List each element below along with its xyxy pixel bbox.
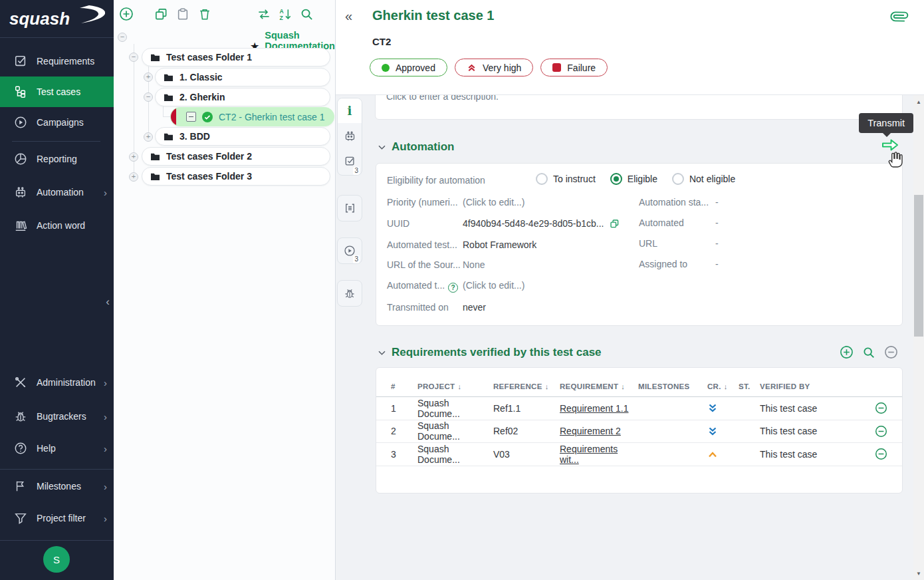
requirement-link[interactable]: Requirement 2 (560, 426, 621, 436)
automated-tech-value[interactable]: Robot Framework (463, 239, 536, 250)
tree-node-classic[interactable]: 1. Classic (155, 68, 330, 86)
squash-logo[interactable]: squash (0, 0, 114, 38)
svg-text:Z: Z (279, 14, 283, 21)
scroll-down-icon[interactable]: ▼ (913, 571, 924, 577)
tree-node-folder-1[interactable]: Test cases Folder 1 (142, 48, 330, 67)
sidebar-item-requirements[interactable]: Requirements (0, 46, 114, 76)
execution-badge-failure[interactable]: Failure (540, 59, 608, 76)
automation-section-header[interactable]: Automation (378, 140, 454, 154)
remove-link-button[interactable] (860, 425, 902, 438)
expander-minus[interactable]: − (129, 53, 138, 62)
folder-icon (164, 93, 173, 102)
description-placeholder[interactable]: Click to enter a description. (375, 95, 903, 120)
requirement-link[interactable]: Requirement 1.1 (560, 403, 629, 414)
remove-link-button[interactable] (860, 402, 902, 414)
section-title: Requirements verified by this test case (392, 346, 602, 359)
sidebar-item-label: Campaigns (37, 117, 84, 128)
expander-plus[interactable]: + (129, 172, 138, 182)
column-header-status[interactable]: ST. (739, 382, 760, 390)
tab-verified-requirements[interactable]: 3 (338, 148, 362, 175)
requirements-table-header: # PROJECT↓ REFERENCE↓ REQUIREMENT↓ MILES… (376, 368, 902, 397)
search-icon[interactable] (299, 7, 314, 21)
radio-eligible[interactable]: Eligible (610, 173, 657, 185)
column-header-criticality[interactable]: CR.↓ (707, 382, 739, 390)
sidebar-item-administration[interactable]: Administration › (0, 367, 114, 398)
sidebar-item-bugtrackers[interactable]: Bugtrackers › (0, 401, 114, 432)
tab-script[interactable] (338, 196, 362, 221)
sidebar-item-label: Action word (37, 220, 85, 231)
remove-link-button[interactable] (860, 448, 902, 460)
delete-icon[interactable] (197, 7, 212, 21)
requirement-row-3[interactable]: 3 Squash Docume... V03 Requirements wit.… (376, 443, 902, 466)
criticality-minor-icon (707, 403, 739, 413)
row-project: Squash Docume... (417, 398, 493, 419)
automated-test-value[interactable]: (Click to edit...) (463, 280, 524, 291)
sort-icon[interactable]: A Z (278, 7, 292, 21)
tree-node-bdd[interactable]: 3. BDD (155, 127, 330, 146)
column-header-requirement[interactable]: REQUIREMENT↓ (560, 382, 638, 390)
tab-issues[interactable] (338, 281, 362, 306)
import-export-icon[interactable] (257, 7, 271, 21)
scroll-up-icon[interactable]: ▲ (913, 99, 924, 105)
tree-node-gherkin[interactable]: 2. Gherkin (155, 88, 330, 106)
column-header-milestones[interactable]: MILESTONES (638, 382, 707, 390)
user-avatar[interactable]: S (43, 546, 70, 573)
column-header-project[interactable]: PROJECT↓ (417, 382, 493, 390)
row-reference: V03 (493, 449, 560, 460)
column-header-verified-by[interactable]: VERIFIED BY (760, 382, 860, 390)
tab-automation[interactable] (338, 123, 362, 148)
copy-icon[interactable] (610, 219, 620, 229)
source-url-value[interactable]: None (463, 259, 485, 270)
radio-circle-selected (610, 173, 622, 185)
sidebar-item-campaigns[interactable]: Campaigns (0, 107, 114, 138)
paste-icon[interactable] (175, 7, 190, 21)
content-scrollbar[interactable]: ▲ ▼ (913, 95, 924, 580)
sort-desc-icon: ↓ (545, 382, 549, 390)
tab-executions[interactable]: 3 (338, 238, 362, 263)
row-reference: Ref02 (493, 426, 560, 436)
expander-plus[interactable]: + (144, 72, 153, 82)
folder-icon (164, 132, 173, 141)
radio-not-eligible[interactable]: Not eligible (672, 173, 735, 185)
svg-text:A: A (279, 7, 283, 14)
sidebar-item-action-word[interactable]: Action word (0, 210, 114, 241)
expander-plus[interactable]: + (129, 152, 138, 162)
requirements-section-header[interactable]: Requirements verified by this test case (378, 346, 602, 359)
gherkin-script-icon (186, 112, 196, 122)
requirement-row-1[interactable]: 1 Squash Docume... Ref1.1 Requirement 1.… (376, 397, 902, 420)
add-icon[interactable] (119, 7, 134, 21)
tab-information[interactable]: i (338, 98, 362, 123)
transmit-button[interactable] (881, 138, 899, 152)
tree-node-folder-2[interactable]: Test cases Folder 2 (142, 147, 330, 166)
copy-icon[interactable] (154, 7, 168, 21)
uuid-label: UUID (387, 218, 409, 229)
expander-minus[interactable]: − (118, 33, 127, 42)
status-badge-approved[interactable]: Approved (370, 59, 447, 76)
sidebar-collapse-icon[interactable]: ‹ (106, 295, 110, 309)
sidebar-item-automation[interactable]: Automation › (0, 177, 114, 208)
expander-plus[interactable]: + (144, 132, 153, 142)
priority-value[interactable]: (Click to edit...) (463, 197, 524, 208)
sidebar-item-milestones[interactable]: Milestones › (0, 471, 114, 502)
tree-node-ct2-selected[interactable]: CT2 - Gherkin test case 1 (170, 107, 334, 126)
requirement-link[interactable]: Requirements wit... (560, 444, 618, 465)
expander-minus[interactable]: − (144, 92, 153, 102)
sidebar-item-reporting[interactable]: Reporting (0, 144, 114, 174)
automated-test-label: Automated t...? (387, 280, 458, 293)
radio-to-instruct[interactable]: To instruct (536, 173, 596, 185)
column-header-reference[interactable]: REFERENCE↓ (493, 382, 560, 390)
importance-badge-very-high[interactable]: Very high (455, 59, 533, 76)
unbind-requirement-icon[interactable] (884, 345, 898, 359)
requirement-row-2[interactable]: 2 Squash Docume... Ref02 Requirement 2 T… (376, 420, 902, 444)
attachments-icon[interactable] (891, 7, 908, 27)
search-requirements-icon[interactable] (862, 346, 875, 359)
sidebar-item-help[interactable]: Help › (0, 433, 114, 464)
tree-node-folder-3[interactable]: Test cases Folder 3 (142, 167, 330, 186)
help-circle-icon[interactable]: ? (448, 283, 458, 293)
sidebar-item-label: Help (37, 443, 56, 454)
sidebar-item-test-cases[interactable]: Test cases (0, 76, 114, 107)
add-requirement-icon[interactable] (840, 345, 854, 359)
scrollbar-thumb[interactable] (914, 195, 923, 337)
collapse-panel-icon[interactable]: « (345, 9, 352, 24)
sidebar-item-project-filter[interactable]: Project filter › (0, 503, 114, 533)
